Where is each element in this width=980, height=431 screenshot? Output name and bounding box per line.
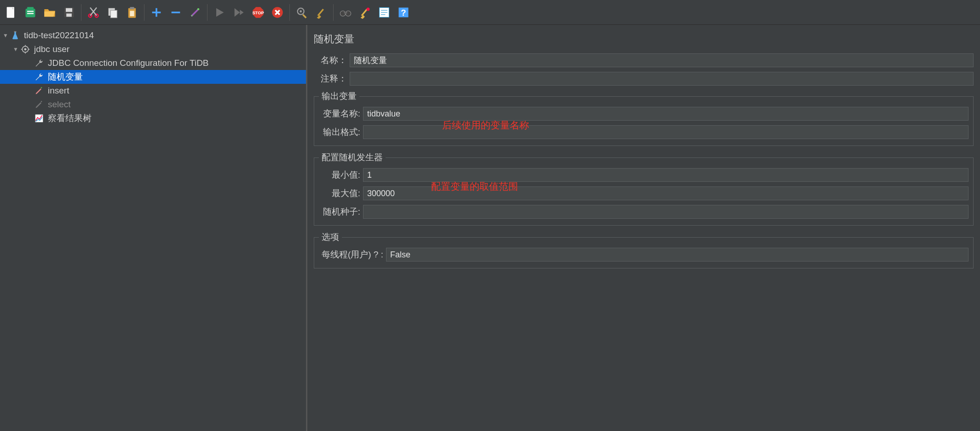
svg-text:?: ? bbox=[401, 8, 406, 17]
var-name-label: 变量名称: bbox=[319, 108, 360, 120]
workspace: ▼ tidb-test20221014 ▼ jdbc user JDBC Con… bbox=[0, 25, 980, 431]
tree-item-random-variable[interactable]: 随机变量 bbox=[0, 70, 306, 84]
toolbar-separator bbox=[207, 4, 208, 21]
tree-thread-group[interactable]: ▼ jdbc user bbox=[0, 42, 306, 56]
svg-rect-37 bbox=[344, 12, 347, 13]
tree-root[interactable]: ▼ tidb-test20221014 bbox=[0, 29, 306, 42]
output-variable-group: 输出变量 后续使用的变量名称 变量名称: 输出格式: bbox=[314, 90, 974, 146]
seed-field[interactable] bbox=[363, 205, 968, 219]
binoculars-icon[interactable] bbox=[336, 3, 355, 22]
tree-item-select[interactable]: select bbox=[0, 98, 306, 111]
gear-icon bbox=[20, 44, 30, 54]
toggle-log-icon[interactable] bbox=[375, 3, 393, 22]
output-legend: 输出变量 bbox=[319, 90, 359, 102]
toolbar-separator bbox=[144, 4, 144, 21]
per-thread-field[interactable] bbox=[386, 248, 968, 262]
svg-line-34 bbox=[318, 9, 323, 16]
svg-point-33 bbox=[300, 10, 302, 12]
wrench-icon bbox=[34, 72, 44, 82]
chart-icon bbox=[34, 113, 44, 123]
tree-item-insert[interactable]: insert bbox=[0, 84, 306, 98]
save-icon[interactable] bbox=[60, 3, 78, 22]
add-icon[interactable] bbox=[147, 3, 166, 22]
tree-root-label: tidb-test20221014 bbox=[24, 30, 94, 41]
svg-point-48 bbox=[24, 48, 27, 51]
folder-open-icon[interactable] bbox=[40, 3, 59, 22]
config-panel: 随机变量 名称： 注释： 输出变量 后续使用的变量名称 变量名称: 输出格式: … bbox=[307, 25, 980, 431]
svg-marker-24 bbox=[216, 8, 224, 17]
pencil-icon bbox=[34, 86, 44, 96]
play-icon[interactable] bbox=[210, 3, 229, 22]
random-generator-group: 配置随机发生器 配置变量的取值范围 最小值: 最大值: 随机种子: bbox=[314, 151, 974, 226]
wand-icon[interactable] bbox=[186, 3, 204, 22]
flask-icon bbox=[10, 30, 20, 41]
pencil-icon bbox=[34, 99, 44, 110]
svg-rect-7 bbox=[66, 8, 72, 12]
random-legend: 配置随机发生器 bbox=[319, 151, 386, 163]
cut-icon[interactable] bbox=[84, 3, 103, 22]
tree-item-label: 随机变量 bbox=[48, 71, 83, 83]
comment-field[interactable] bbox=[350, 72, 974, 86]
svg-rect-5 bbox=[27, 13, 34, 14]
toolbar-separator bbox=[81, 4, 81, 21]
svg-rect-14 bbox=[110, 10, 117, 17]
paste-icon[interactable] bbox=[123, 3, 141, 22]
copy-icon[interactable] bbox=[104, 3, 122, 22]
tree-item-label: 察看结果树 bbox=[48, 112, 92, 124]
clear-results-icon[interactable] bbox=[356, 3, 374, 22]
out-fmt-field[interactable] bbox=[363, 125, 968, 139]
options-legend: 选项 bbox=[319, 231, 342, 243]
svg-point-22 bbox=[197, 8, 200, 10]
name-field[interactable] bbox=[350, 53, 974, 67]
help-icon[interactable]: ? bbox=[394, 3, 413, 22]
var-name-field[interactable] bbox=[363, 107, 968, 121]
tree-item-label: JDBC Connection Configuration For TiDB bbox=[48, 58, 209, 68]
seed-label: 随机种子: bbox=[319, 206, 360, 218]
svg-text:STOP: STOP bbox=[252, 10, 264, 15]
main-toolbar: STOP ? bbox=[0, 0, 980, 25]
broom-icon[interactable] bbox=[312, 3, 330, 22]
per-thread-label: 每线程(用户) ? : bbox=[319, 249, 383, 261]
panel-title: 随机变量 bbox=[314, 32, 974, 46]
min-field[interactable] bbox=[363, 168, 968, 182]
tree-item-label: select bbox=[48, 99, 71, 110]
stop-icon[interactable]: STOP bbox=[249, 3, 267, 22]
svg-marker-26 bbox=[240, 10, 243, 15]
expand-icon[interactable]: ▼ bbox=[2, 32, 9, 39]
out-fmt-label: 输出格式: bbox=[319, 126, 360, 138]
test-plan-tree: ▼ tidb-test20221014 ▼ jdbc user JDBC Con… bbox=[0, 25, 307, 431]
play-next-icon[interactable] bbox=[230, 3, 248, 22]
name-label: 名称： bbox=[314, 54, 347, 66]
svg-rect-17 bbox=[130, 11, 134, 16]
svg-rect-4 bbox=[27, 11, 34, 12]
tree-thread-group-label: jdbc user bbox=[34, 44, 69, 54]
svg-line-38 bbox=[362, 9, 367, 16]
svg-rect-3 bbox=[27, 7, 34, 10]
max-field[interactable] bbox=[363, 186, 968, 200]
min-label: 最小值: bbox=[319, 169, 360, 181]
svg-rect-16 bbox=[130, 7, 134, 9]
comment-label: 注释： bbox=[314, 73, 347, 85]
svg-rect-46 bbox=[14, 31, 17, 32]
file-new-icon[interactable] bbox=[2, 3, 20, 22]
toolbar-separator bbox=[289, 4, 290, 21]
options-group: 选项 每线程(用户) ? : bbox=[314, 231, 974, 268]
gear-sweep-icon[interactable] bbox=[293, 3, 311, 22]
svg-marker-25 bbox=[235, 8, 240, 17]
tree-item-jdbc-config[interactable]: JDBC Connection Configuration For TiDB bbox=[0, 56, 306, 70]
tree-item-label: insert bbox=[48, 86, 69, 96]
expand-icon[interactable]: ▼ bbox=[12, 46, 19, 53]
wrench-icon bbox=[34, 58, 44, 68]
tree-item-result-tree[interactable]: 察看结果树 bbox=[0, 111, 306, 125]
svg-rect-8 bbox=[66, 13, 72, 17]
close-icon[interactable] bbox=[268, 3, 287, 22]
max-label: 最大值: bbox=[319, 187, 360, 199]
svg-point-23 bbox=[191, 15, 193, 16]
templates-icon[interactable] bbox=[21, 3, 40, 22]
svg-point-39 bbox=[367, 7, 370, 11]
toolbar-separator bbox=[333, 4, 334, 21]
remove-icon[interactable] bbox=[167, 3, 185, 22]
